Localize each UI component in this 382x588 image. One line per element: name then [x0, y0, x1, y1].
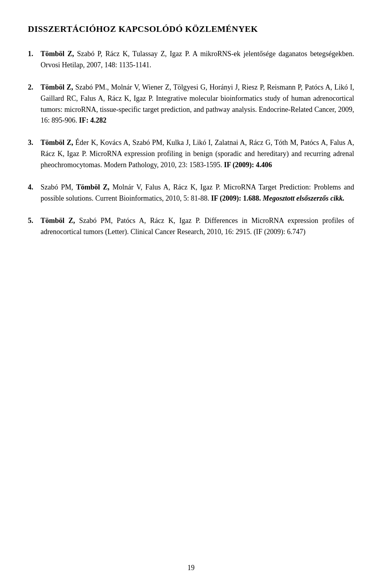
publication-item-5: 5.Tömböl Z, Szabó PM, Patócs A, Rácz K, … [28, 215, 354, 238]
publication-item-2: 2.Tömböl Z, Szabó PM., Molnár V, Wiener … [28, 82, 354, 127]
page-title: DISSZERTÁCIÓHOZ KAPCSOLÓDÓ KÖZLEMÉNYEK [28, 24, 354, 34]
pub-content-1: Tömböl Z, Szabó P, Rácz K, Tulassay Z, I… [41, 49, 354, 71]
pub-content-2: Tömböl Z, Szabó PM., Molnár V, Wiener Z,… [41, 82, 354, 127]
pub-number-4: 4. [28, 182, 41, 204]
pub-content-4: Szabó PM, Tömböl Z, Molnár V, Falus A, R… [41, 182, 354, 204]
publication-item-1: 1.Tömböl Z, Szabó P, Rácz K, Tulassay Z,… [28, 49, 354, 71]
publication-list: 1.Tömböl Z, Szabó P, Rácz K, Tulassay Z,… [28, 49, 354, 238]
publication-item-3: 3.Tömböl Z, Éder K, Kovács A, Szabó PM, … [28, 137, 354, 171]
page-number: 19 [0, 564, 382, 572]
pub-number-2: 2. [28, 82, 41, 127]
pub-number-1: 1. [28, 49, 41, 71]
pub-number-3: 3. [28, 137, 41, 171]
pub-content-5: Tömböl Z, Szabó PM, Patócs A, Rácz K, Ig… [41, 215, 354, 238]
publication-item-4: 4.Szabó PM, Tömböl Z, Molnár V, Falus A,… [28, 182, 354, 204]
pub-content-3: Tömböl Z, Éder K, Kovács A, Szabó PM, Ku… [41, 137, 354, 171]
pub-number-5: 5. [28, 215, 41, 238]
page-container: DISSZERTÁCIÓHOZ KAPCSOLÓDÓ KÖZLEMÉNYEK 1… [0, 0, 382, 281]
